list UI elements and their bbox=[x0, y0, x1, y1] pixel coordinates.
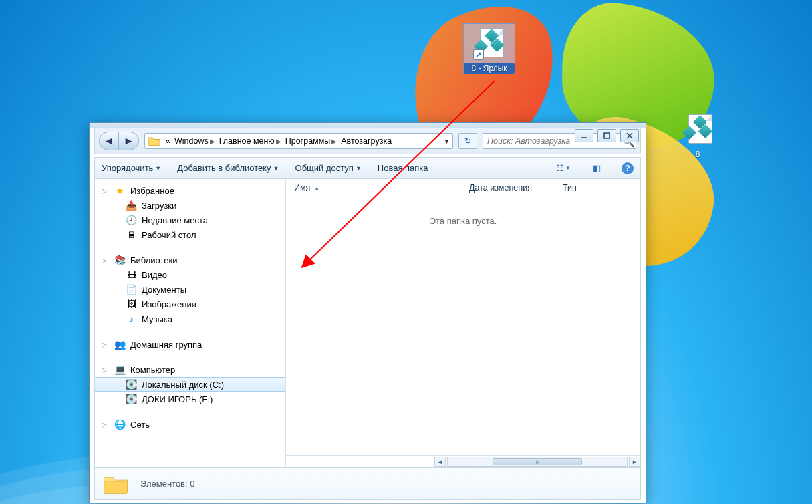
file-list-area: Имя▲ Дата изменения Тип Эта папка пуста.… bbox=[286, 179, 640, 467]
empty-folder-area[interactable]: Эта папка пуста. bbox=[286, 197, 640, 455]
address-dropdown[interactable]: ▾ bbox=[440, 138, 452, 145]
breadcrumb-startup[interactable]: Автозагрузка bbox=[339, 136, 394, 146]
libraries-icon: 📚 bbox=[114, 255, 126, 266]
sidebar-item-recent[interactable]: 🕘Недавние места bbox=[95, 213, 285, 227]
desktop-shortcut-8[interactable]: ↗ 8 - Ярлык bbox=[463, 23, 515, 74]
regedit-icon: ↗ bbox=[472, 27, 507, 61]
homegroup-icon: 👥 bbox=[114, 339, 126, 350]
view-options-button[interactable]: ☷▼ bbox=[555, 161, 572, 176]
pictures-icon: 🖼 bbox=[126, 299, 137, 310]
close-button[interactable] bbox=[620, 129, 639, 142]
regedit-icon bbox=[680, 113, 715, 148]
desktop-shortcut-label: 8 - Ярлык bbox=[464, 63, 515, 74]
breadcrumb-programs[interactable]: Программы▶ bbox=[283, 136, 340, 146]
sidebar-item-downloads[interactable]: 📥Загрузки bbox=[95, 198, 285, 213]
sidebar-favorites[interactable]: ▷★Избранное bbox=[95, 183, 285, 198]
empty-folder-text: Эта папка пуста. bbox=[430, 216, 497, 455]
column-headers: Имя▲ Дата изменения Тип bbox=[286, 179, 640, 197]
status-label: Элементов: 0 bbox=[140, 479, 195, 489]
help-button[interactable]: ? bbox=[622, 162, 634, 174]
breadcrumb-prefix[interactable]: « bbox=[164, 136, 172, 146]
recent-icon: 🕘 bbox=[126, 215, 137, 226]
maximize-button[interactable] bbox=[597, 129, 616, 142]
window-controls bbox=[575, 129, 639, 142]
network-icon: 🌐 bbox=[114, 419, 126, 430]
sort-asc-icon: ▲ bbox=[314, 185, 319, 191]
scroll-right-button[interactable]: ► bbox=[629, 457, 640, 467]
scroll-track[interactable] bbox=[447, 457, 628, 467]
video-icon: 🎞 bbox=[126, 269, 137, 281]
breadcrumb-start-menu[interactable]: Главное меню▶ bbox=[217, 136, 283, 146]
explorer-window: ◄ ► « Windows▶ Главное меню▶ Программы▶ … bbox=[89, 122, 646, 503]
folder-icon bbox=[103, 472, 130, 496]
column-name[interactable]: Имя▲ bbox=[286, 183, 461, 193]
folder-icon bbox=[148, 135, 161, 147]
svg-rect-2 bbox=[604, 133, 610, 138]
sidebar-item-drive-c[interactable]: 💽Локальный диск (C:) bbox=[95, 377, 285, 392]
documents-icon: 📄 bbox=[126, 284, 137, 295]
scroll-left-button[interactable]: ◄ bbox=[434, 457, 446, 467]
shortcut-overlay-icon: ↗ bbox=[473, 49, 484, 60]
nav-pane: ▷★Избранное 📥Загрузки 🕘Недавние места 🖥Р… bbox=[95, 179, 286, 467]
sidebar-homegroup[interactable]: ▷👥Домашняя группа bbox=[95, 337, 285, 352]
scroll-thumb[interactable] bbox=[493, 458, 582, 465]
nav-bar: ◄ ► « Windows▶ Главное меню▶ Программы▶ … bbox=[94, 128, 641, 154]
minimize-button[interactable] bbox=[575, 129, 593, 142]
sidebar-network[interactable]: ▷🌐Сеть bbox=[95, 417, 285, 432]
downloads-icon: 📥 bbox=[126, 200, 137, 211]
column-type[interactable]: Тип bbox=[555, 183, 640, 193]
refresh-button[interactable]: ↻ bbox=[458, 133, 477, 149]
nav-forward-button[interactable]: ► bbox=[119, 132, 139, 150]
drive-icon: 💽 bbox=[126, 379, 137, 390]
share-button[interactable]: Общий доступ▼ bbox=[295, 163, 362, 173]
sidebar-item-documents[interactable]: 📄Документы bbox=[95, 282, 285, 297]
star-icon: ★ bbox=[114, 185, 126, 197]
preview-pane-button[interactable]: ◧ bbox=[588, 161, 605, 176]
sidebar-libraries[interactable]: ▷📚Библиотеки bbox=[95, 253, 285, 267]
desktop-app-8[interactable]: 8 bbox=[672, 110, 724, 160]
address-bar[interactable]: « Windows▶ Главное меню▶ Программы▶ Авто… bbox=[144, 133, 453, 149]
sidebar-item-music[interactable]: ♪Музыка bbox=[95, 311, 285, 326]
sidebar-item-drive-f[interactable]: 💽ДОКИ ИГОРЬ (F:) bbox=[95, 392, 285, 406]
sidebar-item-desktop[interactable]: 🖥Рабочий стол bbox=[95, 227, 285, 242]
computer-icon: 💻 bbox=[114, 364, 126, 376]
column-date[interactable]: Дата изменения bbox=[461, 183, 555, 193]
organize-button[interactable]: Упорядочить▼ bbox=[102, 163, 161, 173]
status-bar: Элементов: 0 bbox=[94, 468, 641, 500]
desktop-app-label: 8 bbox=[672, 149, 724, 160]
new-folder-button[interactable]: Новая папка bbox=[378, 163, 428, 173]
drive-icon: 💽 bbox=[126, 394, 137, 405]
add-to-library-button[interactable]: Добавить в библиотеку▼ bbox=[177, 163, 279, 173]
toolbar: Упорядочить▼ Добавить в библиотеку▼ Общи… bbox=[94, 157, 641, 179]
sidebar-item-pictures[interactable]: 🖼Изображения bbox=[95, 297, 285, 311]
sidebar-computer[interactable]: ▷💻Компьютер bbox=[95, 362, 285, 377]
sidebar-item-video[interactable]: 🎞Видео bbox=[95, 267, 285, 282]
breadcrumb-windows[interactable]: Windows▶ bbox=[172, 136, 217, 146]
nav-back-button[interactable]: ◄ bbox=[99, 132, 119, 150]
desktop-icon: 🖥 bbox=[126, 229, 137, 241]
horizontal-scrollbar: ◄ ► bbox=[286, 455, 640, 467]
music-icon: ♪ bbox=[126, 313, 137, 325]
